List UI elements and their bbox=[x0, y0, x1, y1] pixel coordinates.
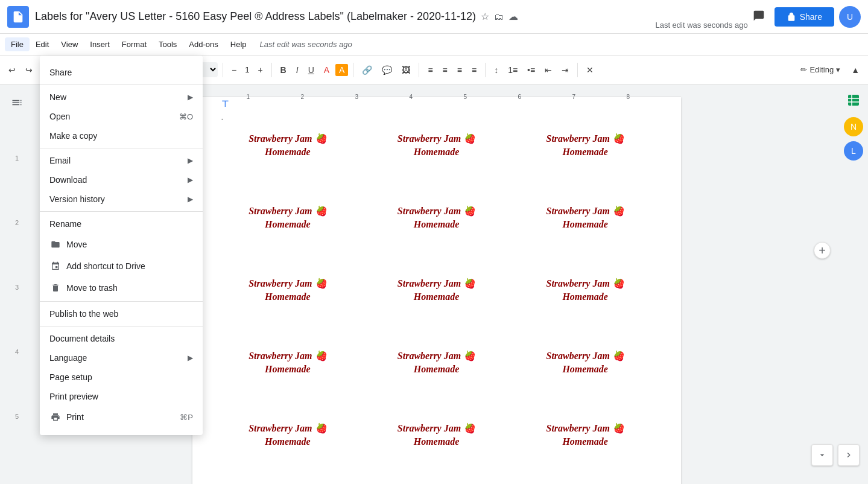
pagesetup-item-label: Page setup bbox=[49, 372, 92, 382]
move-folder-icon bbox=[49, 238, 62, 250]
share-item-label: Share bbox=[49, 68, 72, 77]
language-item-label: Language bbox=[49, 353, 87, 363]
file-dropdown-menu: Share New ▶ Open ⌘O Make a copy Email bbox=[40, 56, 203, 435]
menu-publish-item[interactable]: Publish to the web bbox=[40, 304, 203, 323]
menu-docdetails-item[interactable]: Document details bbox=[40, 329, 203, 348]
email-arrow-icon: ▶ bbox=[188, 156, 193, 165]
trash-icon bbox=[49, 282, 62, 294]
menu-section-publish: Publish to the web bbox=[40, 302, 203, 326]
menu-new-item[interactable]: New ▶ bbox=[40, 88, 203, 107]
menu-pagesetup-item[interactable]: Page setup bbox=[40, 368, 203, 387]
language-arrow-icon: ▶ bbox=[188, 354, 193, 362]
open-item-label: Open bbox=[49, 112, 70, 121]
move-item-label: Move bbox=[66, 240, 87, 249]
menu-trash-item[interactable]: Move to trash bbox=[40, 277, 203, 299]
print-shortcut: ⌘P bbox=[180, 413, 193, 422]
download-arrow-icon: ▶ bbox=[188, 176, 193, 184]
menu-printpreview-item[interactable]: Print preview bbox=[40, 387, 203, 406]
print-icon bbox=[49, 411, 62, 423]
menu-section-share: Share bbox=[40, 60, 203, 85]
menu-open-item[interactable]: Open ⌘O bbox=[40, 107, 203, 126]
new-arrow-icon: ▶ bbox=[188, 93, 193, 101]
open-shortcut: ⌘O bbox=[179, 112, 193, 121]
menu-copy-item[interactable]: Make a copy bbox=[40, 126, 203, 145]
email-item-label: Email bbox=[49, 156, 71, 165]
menu-section-new: New ▶ Open ⌘O Make a copy bbox=[40, 85, 203, 148]
menu-email-item[interactable]: Email ▶ bbox=[40, 151, 203, 170]
menu-download-item[interactable]: Download ▶ bbox=[40, 170, 203, 189]
rename-item-label: Rename bbox=[49, 219, 81, 229]
shortcut-icon bbox=[49, 260, 62, 272]
menu-shortcut-item[interactable]: Add shortcut to Drive bbox=[40, 255, 203, 277]
trash-item-label: Move to trash bbox=[66, 283, 118, 293]
menu-move-item[interactable]: Move bbox=[40, 234, 203, 255]
menu-version-item[interactable]: Version history ▶ bbox=[40, 189, 203, 209]
menu-section-settings: Document details Language ▶ Page setup P… bbox=[40, 326, 203, 430]
docdetails-item-label: Document details bbox=[49, 334, 115, 343]
new-item-label: New bbox=[49, 92, 66, 102]
download-item-label: Download bbox=[49, 175, 87, 185]
printpreview-item-label: Print preview bbox=[49, 392, 98, 401]
copy-item-label: Make a copy bbox=[49, 131, 97, 141]
version-arrow-icon: ▶ bbox=[188, 195, 193, 203]
publish-item-label: Publish to the web bbox=[49, 309, 118, 319]
menu-section-file-ops: Rename Move Add shortcut to Drive bbox=[40, 212, 203, 302]
menu-share-item[interactable]: Share bbox=[40, 63, 203, 82]
menu-section-download: Email ▶ Download ▶ Version history ▶ bbox=[40, 148, 203, 212]
menu-rename-item[interactable]: Rename bbox=[40, 214, 203, 234]
version-item-label: Version history bbox=[49, 194, 105, 204]
menu-language-item[interactable]: Language ▶ bbox=[40, 348, 203, 368]
menu-print-item[interactable]: Print ⌘P bbox=[40, 406, 203, 428]
print-item-label: Print bbox=[66, 412, 84, 422]
shortcut-item-label: Add shortcut to Drive bbox=[66, 261, 145, 271]
